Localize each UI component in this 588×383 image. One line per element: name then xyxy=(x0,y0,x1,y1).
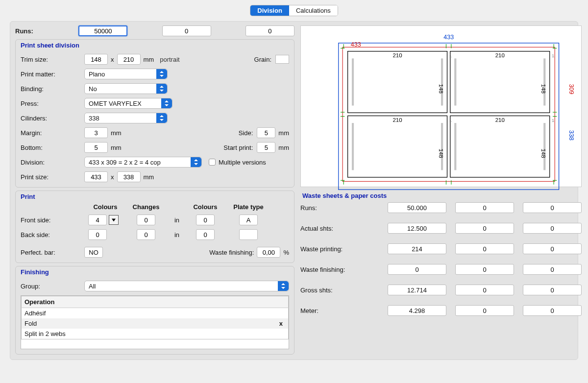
svg-rect-19 xyxy=(450,51,550,113)
trim-size-label: Trim size: xyxy=(21,56,84,63)
front-plate-input[interactable] xyxy=(239,215,258,225)
grain-label: Grain: xyxy=(254,56,271,63)
right-column: 433 433 309 338 210 210 210 210 148 148 … xyxy=(300,25,582,355)
start-print-input[interactable] xyxy=(257,142,275,153)
mm-unit: mm xyxy=(111,129,122,137)
chevron-down-icon xyxy=(156,113,167,123)
meter-v2[interactable]: 0 xyxy=(455,305,514,316)
perfect-bar-input[interactable] xyxy=(84,247,103,258)
bottom-label: Bottom: xyxy=(21,144,84,151)
tab-group: Division Calculations xyxy=(250,5,338,16)
chevron-down-icon xyxy=(156,84,167,94)
svg-text:433: 433 xyxy=(443,34,454,41)
actual-shts-v3[interactable]: 0 xyxy=(523,223,582,234)
front-colours-input[interactable] xyxy=(88,215,107,225)
chevron-down-icon xyxy=(278,281,289,291)
table-row[interactable]: Split in 2 webs xyxy=(22,329,289,339)
waste-printing-v1[interactable]: 214 xyxy=(388,243,446,254)
division-label: Division: xyxy=(21,159,84,166)
gross-shts-label: Gross shts: xyxy=(300,287,379,294)
print-legend: Print xyxy=(21,193,289,200)
gross-shts-v3[interactable]: 0 xyxy=(523,285,582,295)
waste-runs-v3[interactable]: 0 xyxy=(523,202,582,213)
back-colours2-input[interactable] xyxy=(196,229,215,240)
front-side-label: Front side: xyxy=(21,216,84,224)
print-size-h-input[interactable] xyxy=(117,171,141,182)
waste-printing-v3[interactable]: 0 xyxy=(523,243,582,254)
operation-header: Operation xyxy=(22,296,274,308)
svg-text:1: 1 xyxy=(552,118,554,123)
multiple-versions-label: Multiple versions xyxy=(219,159,266,166)
back-colours-input[interactable] xyxy=(88,229,107,240)
front-changes-input[interactable] xyxy=(137,215,155,225)
waste-finishing-v3[interactable]: 0 xyxy=(523,264,582,275)
waste-finishing-v1[interactable]: 0 xyxy=(388,264,446,275)
trim-width-input[interactable] xyxy=(84,54,108,65)
waste-runs-v1[interactable]: 50.000 xyxy=(388,202,446,213)
division-value: 433 x 309 = 2 x 2 = 4 cop xyxy=(89,159,161,166)
svg-text:1: 1 xyxy=(552,53,554,58)
table-row[interactable]: Foldx xyxy=(22,318,289,329)
start-print-label: Start print: xyxy=(213,144,257,151)
orientation-label: portrait xyxy=(160,56,179,63)
svg-text:148: 148 xyxy=(540,84,546,94)
operation-table-wrap[interactable]: Operation Adhésif Foldx Split in 2 webs xyxy=(21,295,289,349)
margin-input[interactable] xyxy=(84,127,108,138)
back-plate-input[interactable] xyxy=(239,229,258,240)
group-label: Group: xyxy=(21,283,84,290)
tab-division[interactable]: Division xyxy=(250,5,289,16)
side-label: Side: xyxy=(213,129,257,137)
svg-text:210: 210 xyxy=(392,52,402,58)
actual-shts-v2[interactable]: 0 xyxy=(455,223,514,234)
binding-select[interactable]: No xyxy=(84,83,168,94)
press-value: OMET VARYFLEX xyxy=(89,100,142,107)
trim-height-input[interactable] xyxy=(117,54,141,65)
pct-unit: % xyxy=(283,249,289,256)
group-select[interactable]: All xyxy=(84,281,289,291)
runs-input-3[interactable] xyxy=(245,25,294,36)
left-column: Runs: Print sheet division Trim size: x … xyxy=(15,25,294,355)
print-size-w-input[interactable] xyxy=(84,171,108,182)
cilinders-select[interactable]: 338 xyxy=(84,113,168,123)
binding-value: No xyxy=(89,85,97,93)
division-select[interactable]: 433 x 309 = 2 x 2 = 4 cop xyxy=(84,157,202,168)
front-colours-dropdown-button[interactable] xyxy=(109,215,119,225)
svg-text:210: 210 xyxy=(495,52,505,58)
meter-v1[interactable]: 4.298 xyxy=(388,305,446,316)
meter-v3[interactable]: 0 xyxy=(523,305,582,316)
svg-text:338: 338 xyxy=(568,130,574,141)
side-input[interactable] xyxy=(257,127,275,138)
runs-input-2[interactable] xyxy=(162,25,211,36)
tab-bar: Division Calculations xyxy=(0,0,588,19)
waste-finishing-input[interactable] xyxy=(257,247,280,258)
print-matter-select[interactable]: Plano xyxy=(84,69,168,79)
grain-box[interactable] xyxy=(275,55,289,64)
tab-calculations[interactable]: Calculations xyxy=(289,5,338,16)
colours2-header: Colours xyxy=(188,203,222,211)
table-row[interactable]: Adhésif xyxy=(22,308,289,319)
in-label: in xyxy=(170,231,184,239)
multiple-versions-checkbox[interactable] xyxy=(209,159,216,166)
svg-text:1: 1 xyxy=(449,53,452,58)
press-select[interactable]: OMET VARYFLEX xyxy=(84,98,172,109)
trim-unit: mm xyxy=(144,56,154,63)
mm-unit: mm xyxy=(278,144,289,151)
waste-finishing-row-label: Waste finishing: xyxy=(300,266,379,273)
front-colours2-input[interactable] xyxy=(196,215,215,225)
runs-input-1[interactable] xyxy=(78,25,127,36)
waste-finishing-v2[interactable]: 0 xyxy=(455,264,514,275)
colours-header: Colours xyxy=(88,203,122,211)
bottom-input[interactable] xyxy=(84,142,108,153)
svg-text:309: 309 xyxy=(568,84,574,95)
waste-printing-v2[interactable]: 0 xyxy=(455,243,514,254)
actual-shts-v1[interactable]: 12.500 xyxy=(388,223,446,234)
back-changes-input[interactable] xyxy=(137,229,155,240)
finishing-legend: Finishing xyxy=(21,268,289,276)
press-label: Press: xyxy=(21,100,84,107)
waste-runs-v2[interactable]: 0 xyxy=(455,202,514,213)
gross-shts-v2[interactable]: 0 xyxy=(455,285,514,295)
main-panel: Runs: Print sheet division Trim size: x … xyxy=(10,21,578,360)
svg-rect-18 xyxy=(348,51,447,113)
svg-rect-20 xyxy=(348,116,447,177)
gross-shts-v1[interactable]: 12.714 xyxy=(388,285,446,295)
